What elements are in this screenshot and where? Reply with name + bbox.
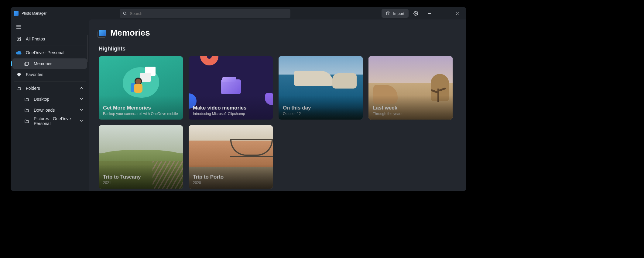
app-window: Photo Manager Import	[11, 7, 466, 191]
svg-point-12	[18, 38, 19, 39]
card-title: Make video memories	[193, 105, 269, 111]
cards-grid: Get More Memories Backup your camera rol…	[99, 56, 457, 189]
close-icon	[456, 12, 459, 15]
sidebar: All Photos OneDrive - Personal Memories	[11, 19, 89, 191]
folder-icon	[24, 96, 29, 102]
app-title: Photo Manager	[22, 11, 46, 16]
folder-icon	[16, 85, 22, 91]
photos-icon	[16, 36, 22, 42]
import-button[interactable]: Import	[382, 9, 409, 18]
maximize-icon	[442, 12, 445, 15]
svg-rect-5	[442, 12, 445, 15]
card-title: Trip to Porto	[193, 174, 269, 180]
memories-page-icon	[99, 30, 106, 36]
sidebar-item-onedrive[interactable]: OneDrive - Personal	[12, 47, 87, 58]
minimize-button[interactable]	[423, 9, 435, 18]
heart-icon	[16, 72, 22, 77]
card-subtitle: 2020	[193, 181, 269, 185]
card-on-this-day[interactable]: On this day October 12	[279, 56, 363, 120]
svg-point-0	[123, 12, 126, 14]
folder-icon	[24, 107, 29, 113]
card-clipchamp[interactable]: Make video memories Introducing Microsof…	[189, 56, 273, 120]
card-subtitle: Backup your camera roll with OneDrive mo…	[103, 112, 179, 116]
close-button[interactable]	[451, 9, 463, 18]
chevron-up-icon	[80, 86, 83, 91]
page-title: Memories	[110, 28, 150, 38]
gear-icon	[413, 11, 418, 16]
folder-icon	[24, 118, 29, 124]
decorative-shape	[265, 93, 273, 105]
minimize-icon	[428, 12, 431, 15]
sidebar-scrollbar[interactable]	[87, 35, 88, 62]
titlebar: Photo Manager Import	[11, 7, 466, 19]
hamburger-icon	[16, 25, 21, 29]
sidebar-item-label: Memories	[34, 61, 52, 66]
sidebar-item-favorites[interactable]: Favorites	[12, 69, 87, 80]
content-area: Memories Highlights Get More Memories Ba…	[89, 19, 466, 191]
card-title: Trip to Tuscany	[103, 174, 179, 180]
card-trip-porto[interactable]: Trip to Porto 2020	[189, 125, 273, 189]
memories-icon	[24, 61, 29, 66]
card-title: Get More Memories	[103, 105, 179, 111]
decorative-shape	[200, 56, 218, 65]
svg-line-1	[125, 14, 126, 15]
sidebar-item-memories[interactable]: Memories	[12, 58, 87, 69]
app-icon	[14, 11, 19, 16]
card-subtitle: Introducing Microsoft Clipchamp	[193, 112, 269, 116]
sidebar-item-downloads[interactable]: Downloads	[12, 105, 87, 115]
card-subtitle: 2021	[103, 181, 179, 185]
card-get-more-memories[interactable]: Get More Memories Backup your camera rol…	[99, 56, 183, 120]
chevron-down-icon	[80, 97, 83, 102]
settings-button[interactable]	[410, 9, 421, 18]
sidebar-item-label: Downloads	[34, 108, 55, 113]
sidebar-item-folders[interactable]: Folders	[12, 83, 87, 93]
card-title: Last week	[373, 105, 448, 111]
card-last-week[interactable]: Last week Through the years	[368, 56, 453, 120]
decorative-shape	[189, 93, 197, 109]
sidebar-item-label: Desktop	[34, 97, 49, 102]
card-subtitle: Through the years	[373, 112, 448, 116]
sidebar-item-label: All Photos	[26, 37, 45, 41]
sidebar-item-label: Favorites	[26, 72, 43, 77]
card-trip-tuscany[interactable]: Trip to Tuscany 2021	[99, 125, 183, 189]
chevron-down-icon	[80, 119, 83, 124]
get-more-illustration	[123, 64, 159, 98]
section-title-highlights: Highlights	[99, 46, 457, 52]
search-input[interactable]	[130, 11, 287, 16]
hamburger-button[interactable]	[13, 22, 25, 32]
search-icon	[123, 11, 127, 16]
svg-point-3	[415, 13, 416, 14]
sidebar-item-pictures[interactable]: Pictures - OneDrive Personal	[12, 116, 87, 126]
chevron-down-icon	[80, 108, 83, 113]
onedrive-icon	[16, 50, 22, 55]
sidebar-item-label: Folders	[26, 86, 40, 91]
sidebar-item-all-photos[interactable]: All Photos	[12, 34, 87, 44]
maximize-button[interactable]	[437, 9, 449, 18]
import-icon	[386, 11, 391, 16]
clipchamp-icon	[221, 77, 241, 94]
card-title: On this day	[283, 105, 358, 111]
sidebar-item-label: OneDrive - Personal	[26, 50, 64, 55]
sidebar-item-desktop[interactable]: Desktop	[12, 94, 87, 104]
search-box[interactable]	[120, 9, 290, 18]
import-label: Import	[393, 11, 404, 16]
card-subtitle: October 12	[283, 112, 358, 116]
sidebar-item-label: Pictures - OneDrive Personal	[34, 116, 75, 126]
